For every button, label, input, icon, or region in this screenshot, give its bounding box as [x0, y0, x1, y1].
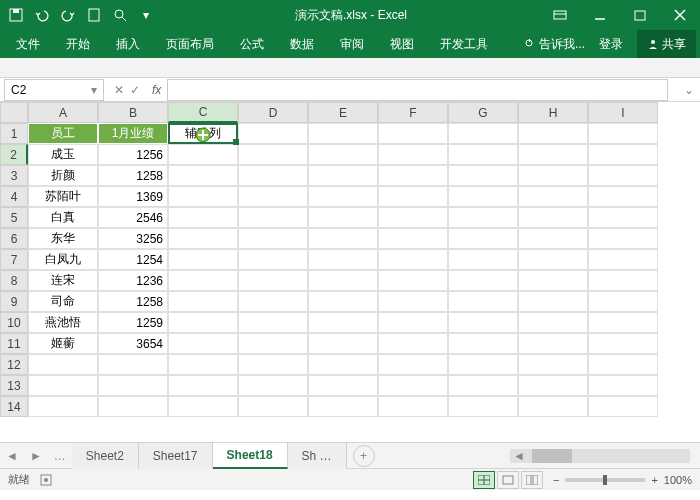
- cell[interactable]: 1254: [98, 249, 168, 270]
- cell[interactable]: [518, 312, 588, 333]
- cell[interactable]: [168, 291, 238, 312]
- col-header[interactable]: B: [98, 102, 168, 123]
- cell[interactable]: [448, 228, 518, 249]
- cell[interactable]: [448, 291, 518, 312]
- cell[interactable]: 1369: [98, 186, 168, 207]
- tab-insert[interactable]: 插入: [104, 30, 152, 58]
- cell[interactable]: [588, 333, 658, 354]
- cell[interactable]: [308, 291, 378, 312]
- cell[interactable]: [308, 207, 378, 228]
- cell[interactable]: [168, 396, 238, 417]
- cell[interactable]: [168, 144, 238, 165]
- sheet-tab-active[interactable]: Sheet18: [213, 443, 288, 469]
- cell[interactable]: [238, 291, 308, 312]
- row-header[interactable]: 3: [0, 165, 28, 186]
- tell-me[interactable]: 告诉我...: [524, 36, 585, 53]
- cell[interactable]: 1月业绩: [98, 123, 168, 144]
- cell[interactable]: 员工: [28, 123, 98, 144]
- row-header[interactable]: 13: [0, 375, 28, 396]
- cell[interactable]: [28, 375, 98, 396]
- cell[interactable]: [238, 249, 308, 270]
- sheet-tab[interactable]: Sh …: [288, 443, 347, 469]
- cell[interactable]: [518, 291, 588, 312]
- row-header[interactable]: 5: [0, 207, 28, 228]
- redo-icon[interactable]: [60, 7, 76, 23]
- cell[interactable]: [518, 333, 588, 354]
- cell[interactable]: [308, 186, 378, 207]
- cell[interactable]: [168, 333, 238, 354]
- cell[interactable]: [518, 270, 588, 291]
- cell[interactable]: [378, 186, 448, 207]
- cell[interactable]: [238, 207, 308, 228]
- col-header[interactable]: H: [518, 102, 588, 123]
- row-header[interactable]: 11: [0, 333, 28, 354]
- close-icon[interactable]: [660, 0, 700, 30]
- cell[interactable]: [378, 249, 448, 270]
- cell[interactable]: [308, 249, 378, 270]
- cell[interactable]: [238, 375, 308, 396]
- cell[interactable]: [518, 375, 588, 396]
- tab-dev[interactable]: 开发工具: [428, 30, 500, 58]
- cell[interactable]: [448, 165, 518, 186]
- cell[interactable]: [588, 207, 658, 228]
- view-layout-icon[interactable]: [497, 471, 519, 489]
- tab-layout[interactable]: 页面布局: [154, 30, 226, 58]
- cell[interactable]: [168, 312, 238, 333]
- cell[interactable]: 姬蘅: [28, 333, 98, 354]
- cell[interactable]: [168, 228, 238, 249]
- col-header[interactable]: F: [378, 102, 448, 123]
- row-header[interactable]: 9: [0, 291, 28, 312]
- view-normal-icon[interactable]: [473, 471, 495, 489]
- cell[interactable]: [378, 207, 448, 228]
- cell[interactable]: [98, 396, 168, 417]
- cell[interactable]: [518, 186, 588, 207]
- cell[interactable]: [28, 396, 98, 417]
- col-header[interactable]: C: [168, 102, 238, 123]
- cell[interactable]: 苏陌叶: [28, 186, 98, 207]
- minimize-icon[interactable]: [580, 0, 620, 30]
- new-sheet-icon[interactable]: +: [353, 445, 375, 467]
- row-header[interactable]: 8: [0, 270, 28, 291]
- cell[interactable]: [448, 312, 518, 333]
- cell[interactable]: [448, 270, 518, 291]
- col-header[interactable]: A: [28, 102, 98, 123]
- cell[interactable]: [448, 249, 518, 270]
- cell[interactable]: 连宋: [28, 270, 98, 291]
- cell[interactable]: [168, 354, 238, 375]
- cell[interactable]: [378, 123, 448, 144]
- cell[interactable]: [448, 333, 518, 354]
- row-header[interactable]: 1: [0, 123, 28, 144]
- sheet-nav-more-icon[interactable]: …: [48, 449, 72, 463]
- zoom-out-icon[interactable]: −: [553, 474, 559, 486]
- cell[interactable]: [308, 123, 378, 144]
- row-header[interactable]: 4: [0, 186, 28, 207]
- cell[interactable]: [168, 375, 238, 396]
- cell[interactable]: 3654: [98, 333, 168, 354]
- tab-review[interactable]: 审阅: [328, 30, 376, 58]
- enter-icon[interactable]: ✓: [130, 83, 140, 97]
- cell[interactable]: 1236: [98, 270, 168, 291]
- cell[interactable]: [168, 249, 238, 270]
- cell[interactable]: [448, 354, 518, 375]
- macro-record-icon[interactable]: [40, 474, 52, 486]
- cell[interactable]: [448, 144, 518, 165]
- share-button[interactable]: 共享: [637, 30, 696, 58]
- sheet-tab[interactable]: Sheet17: [139, 443, 213, 469]
- tab-data[interactable]: 数据: [278, 30, 326, 58]
- cell[interactable]: [238, 123, 308, 144]
- preview-icon[interactable]: [112, 7, 128, 23]
- cell[interactable]: [588, 354, 658, 375]
- cell[interactable]: [378, 228, 448, 249]
- cell[interactable]: [588, 165, 658, 186]
- cell[interactable]: [448, 375, 518, 396]
- cell[interactable]: [238, 312, 308, 333]
- cell[interactable]: [308, 396, 378, 417]
- tab-view[interactable]: 视图: [378, 30, 426, 58]
- cell[interactable]: [378, 165, 448, 186]
- sheet-nav-prev-icon[interactable]: ◄: [0, 449, 24, 463]
- cell[interactable]: [518, 249, 588, 270]
- tab-file[interactable]: 文件: [4, 30, 52, 58]
- cell[interactable]: [238, 144, 308, 165]
- cell[interactable]: [238, 333, 308, 354]
- row-header[interactable]: 10: [0, 312, 28, 333]
